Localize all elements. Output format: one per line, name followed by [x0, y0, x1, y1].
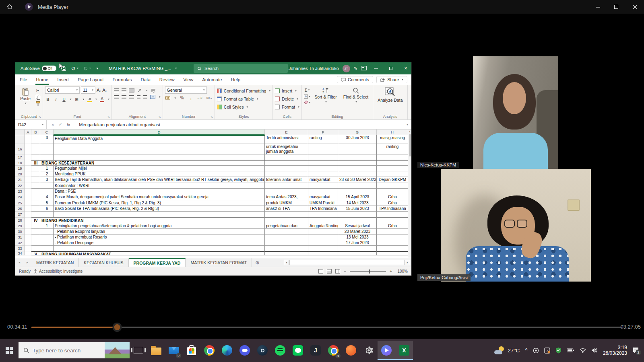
table-row[interactable]: 34VBIDANG HUBUNGAN MASYARAKAT — [15, 251, 411, 255]
cell-e[interactable] — [265, 229, 308, 234]
cell-h[interactable] — [377, 171, 408, 177]
cell-e[interactable] — [265, 218, 308, 223]
percent-icon[interactable]: % — [179, 96, 185, 100]
cell-e[interactable]: pengetahuan dan — [265, 223, 308, 229]
column-header-e[interactable]: E — [265, 130, 308, 135]
cell-h[interactable] — [377, 246, 408, 251]
borders-icon[interactable]: ⊞ — [74, 97, 80, 102]
cell-d[interactable]: Pengkiriman Data Anggota — [54, 135, 265, 144]
cell-f[interactable] — [308, 160, 338, 166]
cell-f[interactable] — [308, 246, 338, 251]
cell-g[interactable] — [338, 189, 377, 194]
row-number[interactable]: 23 — [15, 189, 25, 194]
row-number[interactable]: 30 — [15, 229, 25, 234]
cell-b[interactable] — [31, 171, 40, 177]
page-break-view-icon[interactable] — [335, 269, 340, 274]
column-header-f[interactable]: F — [308, 130, 338, 135]
taskbar-task-view[interactable] — [130, 341, 147, 360]
cell-a[interactable] — [25, 200, 31, 206]
cell-h[interactable]: ranting — [377, 144, 408, 154]
cell-b[interactable] — [31, 189, 40, 194]
cell-c[interactable]: 3 — [40, 135, 54, 144]
taskbar-chrome[interactable] — [200, 341, 218, 360]
cell-d[interactable]: Koordinator : WKRI — [54, 183, 265, 189]
cell-g[interactable]: 17 Juni 2023 — [338, 240, 377, 246]
font-name-select[interactable]: Calibri▾ — [45, 86, 80, 94]
close-button[interactable] — [625, 0, 644, 14]
cell-e[interactable]: anak2 di TPA — [265, 206, 308, 212]
cell-a[interactable] — [25, 246, 31, 251]
row-number[interactable]: 31 — [15, 234, 25, 240]
cell-h[interactable]: TPA Indriasana — [377, 206, 408, 212]
column-header-c[interactable]: C — [40, 130, 54, 135]
sheet-tab-matrik-kegiatan-format[interactable]: MATRIK KEGIATAN FORMAT — [186, 258, 252, 267]
cell-a[interactable] — [25, 171, 31, 177]
cell-a[interactable] — [25, 144, 31, 154]
cell-b[interactable] — [31, 234, 40, 240]
excel-search-box[interactable]: Search — [194, 64, 288, 73]
editing-mode-icon[interactable]: ✎ — [354, 66, 357, 71]
cut-icon[interactable]: ✂ — [35, 88, 41, 93]
spreadsheet-grid[interactable]: ABCDEFGH 3Pengkiriman Data AnggotaTertib… — [15, 130, 411, 258]
cell-a[interactable] — [25, 183, 31, 189]
cell-b[interactable] — [31, 206, 40, 212]
maximize-button[interactable] — [607, 0, 625, 14]
table-row[interactable]: 30- Pelatihan Ecoprint lanjutan20 Maret … — [15, 229, 411, 234]
cell-b[interactable] — [31, 212, 40, 218]
record-tray-icon[interactable] — [533, 348, 539, 354]
cell-b[interactable] — [31, 240, 40, 246]
align-top-icon[interactable] — [114, 88, 119, 92]
cell-f[interactable]: UMKM Paroki — [308, 200, 338, 206]
taskbar-search[interactable] — [19, 342, 130, 358]
cell-h[interactable] — [377, 229, 408, 234]
menu-tab-home[interactable]: Home — [32, 74, 53, 85]
battery-icon[interactable] — [567, 348, 574, 353]
cell-g[interactable] — [338, 212, 377, 218]
paste-button[interactable]: Paste▾ — [17, 86, 33, 105]
row-number[interactable]: 27 — [15, 212, 25, 218]
app-tray-icon[interactable] — [544, 348, 550, 354]
cell-e[interactable] — [265, 189, 308, 194]
taskbar-line[interactable] — [289, 341, 307, 360]
cell-f[interactable] — [308, 229, 338, 234]
cell-a[interactable] — [25, 194, 31, 200]
cell-section-title[interactable]: BIDANG HUBUNGAN MASYARAKAT — [40, 251, 265, 255]
format-painter-icon[interactable] — [35, 101, 41, 106]
taskbar-media-player[interactable] — [378, 341, 395, 360]
increase-font-icon[interactable]: A˄ — [97, 88, 101, 93]
row-number[interactable]: 33 — [15, 246, 25, 251]
quick-access-chevron-icon[interactable]: ▾ — [96, 66, 99, 70]
ribbon-display-icon[interactable] — [361, 66, 367, 71]
notification-button[interactable]: 2 — [632, 347, 639, 354]
name-box[interactable]: D42▾ — [15, 120, 47, 129]
undo-button[interactable]: ↺▾ — [71, 66, 78, 72]
cell-f[interactable] — [308, 240, 338, 246]
column-header-a[interactable]: A — [25, 130, 31, 135]
zoom-slider[interactable] — [350, 271, 386, 272]
table-row[interactable]: 202Monitoring PPUK — [15, 171, 411, 177]
cell-c[interactable]: 5 — [40, 200, 54, 206]
column-header-g[interactable]: G — [338, 130, 377, 135]
wrap-text-icon[interactable] — [151, 88, 156, 93]
bold-button[interactable]: B — [45, 97, 51, 102]
search-highlight-image[interactable] — [105, 342, 130, 358]
column-header-h[interactable]: H — [377, 130, 408, 135]
cell-c[interactable] — [40, 234, 54, 240]
cell-f[interactable] — [308, 218, 338, 223]
cell-e[interactable] — [265, 234, 308, 240]
cell-g[interactable]: 15 April 2023 — [338, 194, 377, 200]
search-input[interactable] — [33, 348, 101, 354]
row-number[interactable]: 16 — [15, 144, 25, 154]
table-row[interactable]: 32- Pelatihan Decopage17 Juni 2023 — [15, 240, 411, 246]
dialog-launcher-icon[interactable]: ↘ — [107, 115, 110, 119]
row-number[interactable]: 24 — [15, 194, 25, 200]
menu-tab-review[interactable]: Review — [155, 74, 179, 85]
comments-button[interactable]: Comments — [337, 76, 373, 83]
cell-e[interactable] — [265, 154, 308, 160]
cell-g[interactable]: 30 Juni 2023 — [338, 135, 377, 144]
table-row[interactable]: 18IIIBIDANG KESEJAHTERAAN — [15, 160, 411, 166]
taskbar-clock[interactable]: 3:19 26/03/2023 — [603, 345, 627, 356]
cell-h[interactable] — [377, 160, 408, 166]
row-number[interactable]: 28 — [15, 218, 25, 223]
volume-icon[interactable] — [591, 348, 598, 353]
